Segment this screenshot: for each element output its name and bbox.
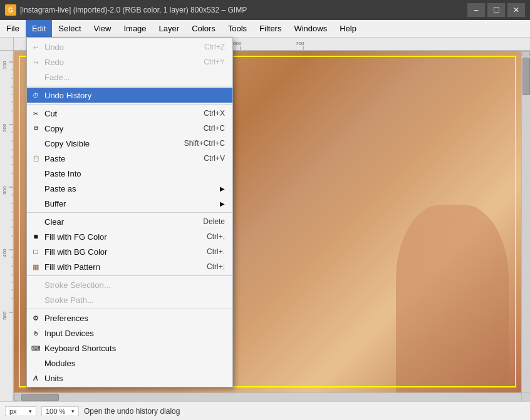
menu-windows[interactable]: Windows — [288, 20, 333, 37]
fill-bg-icon: □ — [31, 247, 41, 257]
menu-view[interactable]: View — [88, 20, 118, 37]
svg-text:500: 500 — [2, 311, 8, 320]
menu-image[interactable]: Image — [117, 20, 152, 37]
fade-icon — [31, 72, 41, 82]
undo-history-icon: ⏱ — [31, 90, 41, 100]
ruler-vertical: 100 200 300 400 500 — [0, 51, 14, 401]
separator-1 — [27, 86, 232, 86]
menu-item-fade[interactable]: Fade... — [27, 69, 232, 85]
zoom-selector[interactable]: 100 % ▾ — [41, 406, 79, 416]
window-controls: – ☐ ✕ — [467, 3, 525, 17]
menu-item-stroke-selection[interactable]: Stroke Selection... — [27, 277, 232, 292]
modules-icon — [31, 358, 41, 368]
menu-item-preferences[interactable]: ⚙ Preferences — [27, 310, 232, 325]
close-button[interactable]: ✕ — [507, 3, 525, 17]
menu-item-stroke-path[interactable]: Stroke Path... — [27, 292, 232, 307]
title-bar: G [instagram-live] (imported)-2.0 (RGB c… — [0, 0, 530, 20]
unit-selector[interactable]: px ▾ — [5, 406, 36, 416]
window-title: [instagram-live] (imported)-2.0 (RGB col… — [20, 6, 247, 14]
menu-colors[interactable]: Colors — [185, 20, 222, 37]
svg-text:600: 600 — [233, 41, 242, 46]
copy-visible-icon — [31, 138, 41, 148]
paste-as-icon — [31, 183, 41, 193]
separator-5 — [27, 309, 232, 309]
menu-item-buffer[interactable]: Buffer ▶ — [27, 196, 232, 211]
fill-pattern-icon: ▦ — [31, 262, 41, 272]
menu-item-paste-as[interactable]: Paste as ▶ — [27, 181, 232, 196]
app-icon: G — [5, 4, 16, 16]
stroke-path-icon — [31, 295, 41, 305]
menu-filters[interactable]: Filters — [253, 20, 288, 37]
vertical-scrollbar[interactable] — [521, 51, 530, 392]
menu-item-fill-fg[interactable]: ■ Fill with FG Color Ctrl+, — [27, 229, 232, 244]
separator-3 — [27, 212, 232, 213]
menu-edit[interactable]: Edit — [26, 20, 52, 37]
clear-icon — [31, 217, 41, 227]
menu-help[interactable]: Help — [333, 20, 363, 37]
svg-text:300: 300 — [2, 186, 8, 195]
status-bar: px ▾ 100 % ▾ Open the undo history dialo… — [0, 401, 530, 420]
menu-item-input-devices[interactable]: 🖱 Input Devices — [27, 325, 232, 341]
minimize-button[interactable]: – — [467, 3, 485, 17]
stroke-selection-icon — [31, 280, 41, 290]
maximize-button[interactable]: ☐ — [487, 3, 505, 17]
status-message: Open the undo history dialog — [84, 407, 525, 416]
undo-icon: ↩ — [31, 42, 41, 52]
menu-file[interactable]: File — [0, 20, 26, 37]
separator-4 — [27, 275, 232, 276]
cut-icon: ✂ — [31, 108, 41, 118]
title-bar-left: G [instagram-live] (imported)-2.0 (RGB c… — [5, 4, 247, 16]
svg-text:700: 700 — [296, 41, 304, 46]
menu-item-copy[interactable]: ⧉ Copy Ctrl+C — [27, 121, 232, 136]
redo-icon: ↪ — [31, 57, 41, 67]
menu-item-redo[interactable]: ↪ Redo Ctrl+Y — [27, 54, 232, 69]
menu-item-paste[interactable]: 📋 Paste Ctrl+V — [27, 151, 232, 166]
horizontal-scrollbar[interactable] — [14, 392, 521, 401]
scrollbar-corner — [521, 392, 530, 401]
menu-item-clear[interactable]: Clear Delete — [27, 214, 232, 229]
menu-item-keyboard-shortcuts[interactable]: ⌨ Keyboard Shortcuts — [27, 341, 232, 356]
fill-fg-icon: ■ — [31, 232, 41, 242]
menu-item-units[interactable]: A Units — [27, 371, 232, 386]
menu-item-fill-bg[interactable]: □ Fill with BG Color Ctrl+. — [27, 244, 232, 259]
edit-dropdown-menu: ↩ Undo Ctrl+Z ↪ Redo Ctrl+Y Fade... ⏱ Un… — [26, 38, 233, 387]
svg-text:200: 200 — [2, 123, 8, 132]
paste-icon: 📋 — [31, 153, 41, 163]
svg-text:400: 400 — [2, 248, 8, 257]
svg-text:100: 100 — [2, 61, 8, 69]
menu-item-cut[interactable]: ✂ Cut Ctrl+X — [27, 106, 232, 121]
menu-item-undo[interactable]: ↩ Undo Ctrl+Z — [27, 39, 232, 54]
copy-icon: ⧉ — [31, 123, 41, 133]
menu-item-fill-pattern[interactable]: ▦ Fill with Pattern Ctrl+; — [27, 259, 232, 274]
menu-tools[interactable]: Tools — [222, 20, 253, 37]
menu-select[interactable]: Select — [52, 20, 87, 37]
keyboard-shortcuts-icon: ⌨ — [31, 343, 41, 353]
preferences-icon: ⚙ — [31, 313, 41, 323]
input-devices-icon: 🖱 — [31, 328, 41, 338]
units-icon: A — [31, 373, 41, 383]
menu-item-paste-into[interactable]: Paste Into — [27, 166, 232, 181]
menu-bar: File Edit Select View Image Layer Colors… — [0, 20, 530, 38]
buffer-icon — [31, 198, 41, 208]
menu-item-undo-history[interactable]: ⏱ Undo History — [27, 88, 232, 103]
paste-into-icon — [31, 168, 41, 178]
separator-2 — [27, 104, 232, 105]
menu-item-modules[interactable]: Modules — [27, 356, 232, 371]
menu-item-copy-visible[interactable]: Copy Visible Shift+Ctrl+C — [27, 136, 232, 151]
menu-layer[interactable]: Layer — [153, 20, 186, 37]
